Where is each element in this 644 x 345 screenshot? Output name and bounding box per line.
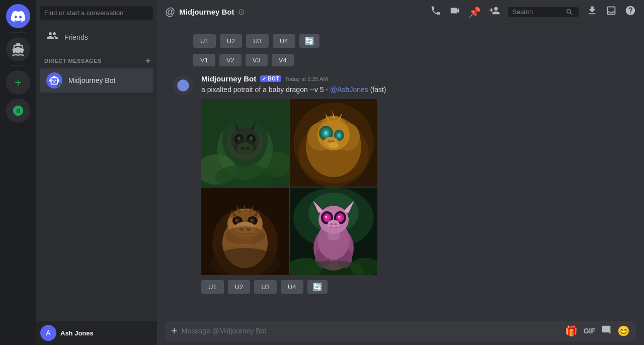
bot-badge: ✓ BOT bbox=[260, 75, 281, 82]
dm-section-header: Direct Messages + bbox=[36, 48, 157, 67]
svg-point-44 bbox=[293, 103, 374, 183]
pin-icon[interactable]: 📌 bbox=[468, 6, 481, 18]
older-v-button-row: V1 V2 V3 V4 bbox=[165, 52, 636, 68]
svg-point-89 bbox=[328, 220, 340, 229]
add-user-icon[interactable] bbox=[489, 5, 500, 19]
dragon-image-2[interactable] bbox=[290, 99, 377, 187]
emoji-icon[interactable]: 😊 bbox=[617, 325, 630, 337]
older-u-button-row: U1 U2 U3 U4 🔄 bbox=[165, 32, 636, 50]
video-icon[interactable] bbox=[449, 5, 460, 19]
msg-header: Midjourney Bot ✓ BOT Today at 2:25 AM bbox=[201, 74, 628, 83]
friends-item[interactable]: Friends bbox=[40, 26, 153, 48]
top-bar-actions: 📌 bbox=[430, 5, 636, 19]
svg-point-10 bbox=[250, 137, 253, 140]
u4-button[interactable]: U4 bbox=[281, 280, 303, 294]
icon-bar-divider bbox=[10, 32, 26, 33]
server-icon-boat[interactable] bbox=[6, 37, 30, 61]
older-v2-button[interactable]: V2 bbox=[219, 54, 242, 66]
gif-icon[interactable]: GIF bbox=[584, 327, 595, 335]
older-v4-button[interactable]: V4 bbox=[272, 54, 294, 66]
top-bar: @ Midjourney Bot ⊙ 📌 bbox=[157, 0, 644, 24]
bottom-bar: + 🎁 GIF 😊 bbox=[157, 317, 644, 345]
download-icon[interactable] bbox=[587, 5, 598, 19]
older-u3-button[interactable]: U3 bbox=[246, 34, 269, 48]
bot-avatar bbox=[173, 75, 193, 96]
friends-icon bbox=[46, 30, 58, 44]
channel-info: @ Midjourney Bot ⊙ bbox=[165, 6, 424, 18]
user-bar-avatar: A bbox=[40, 325, 56, 341]
older-refresh-button[interactable]: 🔄 bbox=[299, 34, 319, 48]
user-bar: A Ash Jones bbox=[36, 321, 157, 345]
search-bar bbox=[508, 7, 579, 17]
image-grid bbox=[201, 99, 377, 275]
u1-button[interactable]: U1 bbox=[201, 280, 224, 294]
older-u4-button[interactable]: U4 bbox=[273, 34, 295, 48]
attach-button[interactable]: + bbox=[171, 324, 178, 337]
older-v3-button[interactable]: V3 bbox=[246, 54, 268, 66]
discord-logo[interactable] bbox=[6, 4, 30, 28]
channel-at-icon: @ bbox=[165, 6, 175, 18]
main-area: @ Midjourney Bot ⊙ 📌 bbox=[157, 0, 644, 345]
icon-bar: + bbox=[0, 0, 36, 345]
user-bar-name: Ash Jones bbox=[60, 329, 153, 337]
msg-author: Midjourney Bot bbox=[201, 74, 256, 83]
add-dm-button[interactable]: + bbox=[145, 56, 151, 65]
call-icon[interactable] bbox=[430, 5, 441, 19]
search-input-top[interactable] bbox=[512, 8, 562, 16]
add-server-icon[interactable]: + bbox=[6, 70, 30, 95]
friends-label: Friends bbox=[64, 33, 88, 41]
search-input[interactable] bbox=[40, 6, 153, 20]
sticker-icon[interactable] bbox=[601, 325, 611, 337]
icon-bar-divider-2 bbox=[10, 65, 26, 66]
older-v1-button[interactable]: V1 bbox=[193, 54, 215, 66]
search-area bbox=[36, 0, 157, 26]
search-icon bbox=[566, 8, 574, 16]
explore-icon[interactable] bbox=[6, 99, 30, 123]
u2-button[interactable]: U2 bbox=[228, 280, 251, 294]
help-icon[interactable] bbox=[625, 5, 636, 19]
input-actions: 🎁 GIF 😊 bbox=[565, 325, 630, 337]
status-dot bbox=[57, 83, 62, 89]
message-input[interactable] bbox=[182, 321, 561, 341]
svg-point-61 bbox=[225, 226, 265, 244]
svg-point-14 bbox=[246, 147, 250, 150]
u-button-row: U1 U2 U3 U4 🔄 bbox=[201, 278, 628, 296]
mention-ashjoens[interactable]: @AshJones bbox=[330, 85, 368, 94]
channel-name: Midjourney Bot bbox=[179, 8, 234, 16]
svg-point-13 bbox=[240, 147, 245, 150]
dm-user-midjourney[interactable]: Midjourney Bot bbox=[40, 68, 153, 93]
svg-point-88 bbox=[338, 216, 340, 218]
dragon-image-3[interactable] bbox=[201, 188, 289, 275]
message-group-main: Midjourney Bot ✓ BOT Today at 2:25 AM a … bbox=[165, 70, 636, 300]
u3-button[interactable]: U3 bbox=[254, 280, 277, 294]
dm-avatar-midjourney bbox=[46, 72, 62, 89]
svg-point-90 bbox=[331, 223, 333, 225]
msg-text: a pixalted potrait of a baby dragon --v … bbox=[201, 85, 628, 95]
svg-point-87 bbox=[325, 216, 327, 218]
refresh-button[interactable]: 🔄 bbox=[307, 280, 328, 294]
chat-area: U1 U2 U3 U4 🔄 V1 V2 V3 V4 Midjourney Bot bbox=[157, 24, 644, 317]
svg-point-9 bbox=[238, 137, 240, 140]
dm-sidebar: Friends Direct Messages + Midjourney Bot… bbox=[36, 0, 157, 345]
svg-point-12 bbox=[237, 142, 253, 154]
dm-username-midjourney: Midjourney Bot bbox=[68, 76, 115, 84]
dragon-image-1[interactable] bbox=[201, 99, 289, 187]
svg-point-55 bbox=[235, 219, 237, 221]
svg-point-91 bbox=[335, 223, 337, 225]
status-indicator: ⊙ bbox=[238, 7, 245, 17]
gift-icon[interactable]: 🎁 bbox=[565, 325, 578, 337]
msg-timestamp: Today at 2:25 AM bbox=[285, 76, 328, 82]
older-u1-button[interactable]: U1 bbox=[193, 34, 216, 48]
message-input-wrap: + 🎁 GIF 😊 bbox=[165, 321, 636, 341]
inbox-icon[interactable] bbox=[606, 5, 617, 19]
dragon-image-4[interactable] bbox=[290, 188, 377, 275]
svg-point-56 bbox=[251, 219, 253, 221]
message-content: Midjourney Bot ✓ BOT Today at 2:25 AM a … bbox=[201, 74, 628, 296]
dm-section-label: Direct Messages bbox=[44, 58, 102, 64]
older-u2-button[interactable]: U2 bbox=[220, 34, 243, 48]
